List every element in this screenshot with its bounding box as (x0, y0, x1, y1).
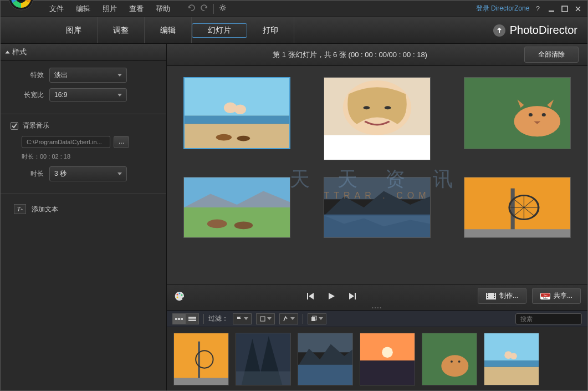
svg-point-21 (529, 113, 533, 116)
tab-library[interactable]: 图库 (50, 17, 98, 43)
play-button[interactable] (326, 291, 336, 301)
svg-rect-58 (260, 317, 265, 321)
prev-button[interactable] (305, 291, 315, 301)
svg-rect-53 (178, 318, 180, 320)
film-icon (486, 293, 496, 299)
svg-rect-34 (464, 229, 570, 237)
svg-point-75 (441, 355, 468, 377)
filmstrip (167, 327, 587, 390)
filter-label-dropdown[interactable] (256, 313, 275, 324)
bgm-checkbox[interactable] (11, 122, 18, 130)
svg-point-35 (177, 293, 178, 295)
minimize-button[interactable] (546, 4, 556, 14)
style-panel-header[interactable]: 样式 (1, 44, 166, 61)
svg-rect-16 (324, 135, 430, 160)
menu-view[interactable]: 查看 (124, 2, 149, 16)
svg-rect-42 (487, 293, 488, 294)
svg-point-14 (364, 106, 370, 109)
next-button[interactable] (347, 291, 357, 301)
bgm-browse-button[interactable]: ... (114, 136, 129, 148)
menu-help[interactable]: 帮助 (150, 2, 176, 16)
palette-icon[interactable] (173, 290, 186, 302)
svg-rect-79 (484, 360, 539, 367)
slide-thumb-5[interactable] (324, 177, 431, 238)
slide-thumb-3[interactable] (464, 77, 571, 149)
clear-all-button[interactable]: 全部清除 (524, 47, 579, 63)
svg-rect-47 (494, 297, 495, 298)
film-thumb[interactable] (422, 333, 477, 385)
tab-adjust[interactable]: 调整 (98, 17, 145, 43)
menu-bar: 文件 编辑 照片 查看 帮助 登录 DirectorZone ? (1, 1, 587, 17)
svg-text:Tube: Tube (543, 297, 549, 299)
film-thumb[interactable] (173, 333, 229, 385)
filter-stack-dropdown[interactable] (308, 313, 326, 324)
svg-rect-6 (185, 116, 289, 124)
ratio-select[interactable]: 16:9 (49, 88, 127, 101)
duration-select[interactable]: 3 秒 (49, 166, 127, 181)
film-thumb[interactable] (298, 333, 353, 385)
film-thumb[interactable] (484, 333, 539, 385)
svg-rect-59 (311, 317, 315, 321)
svg-rect-46 (494, 295, 495, 296)
redo-icon[interactable] (200, 3, 209, 14)
search-box[interactable]: ✕ (515, 313, 582, 324)
svg-rect-4 (562, 6, 567, 12)
filter-rating-dropdown[interactable] (279, 313, 298, 324)
slide-grid: 天 天 资 讯 TTRAR . COM (167, 66, 587, 285)
separator (203, 314, 204, 324)
svg-point-72 (382, 347, 393, 358)
create-button[interactable]: 制作... (478, 288, 526, 304)
menu-file[interactable]: 文件 (44, 2, 69, 16)
svg-rect-45 (494, 293, 495, 294)
svg-point-11 (237, 136, 250, 141)
close-button[interactable] (573, 4, 583, 14)
youtube-icon: YouTube (540, 293, 550, 299)
login-link[interactable]: 登录 DirectorZone (476, 4, 530, 13)
film-thumb[interactable] (360, 333, 415, 385)
view-grid-button[interactable] (172, 313, 186, 324)
undo-icon[interactable] (187, 3, 196, 14)
help-icon[interactable]: ? (536, 5, 540, 13)
add-text-button[interactable]: T+ 添加文本 (11, 201, 156, 217)
svg-rect-55 (188, 317, 196, 318)
svg-rect-7 (185, 124, 289, 148)
slide-thumb-2[interactable] (324, 77, 431, 160)
svg-point-25 (207, 220, 227, 228)
slide-thumb-1[interactable] (183, 77, 290, 149)
svg-rect-27 (324, 177, 430, 199)
ratio-label: 长宽比 (11, 90, 44, 100)
svg-rect-73 (360, 360, 415, 385)
menu-photo[interactable]: 照片 (97, 2, 122, 16)
collapse-icon (6, 51, 10, 54)
separator (303, 314, 303, 324)
svg-point-9 (234, 104, 246, 114)
view-list-button[interactable] (186, 313, 199, 324)
tab-editing[interactable]: 编辑 (145, 17, 192, 43)
upload-icon[interactable] (493, 24, 505, 37)
svg-rect-69 (298, 365, 352, 385)
tab-slideshow[interactable]: 幻灯片 (192, 23, 247, 38)
tab-print[interactable]: 打印 (247, 17, 294, 43)
svg-rect-57 (188, 320, 196, 321)
menu-edit[interactable]: 编辑 (70, 2, 96, 16)
svg-point-15 (385, 106, 391, 109)
svg-rect-62 (174, 333, 228, 385)
svg-rect-24 (184, 207, 290, 237)
slide-thumb-6[interactable] (464, 177, 571, 238)
settings-icon[interactable] (218, 3, 227, 14)
bgm-path-input[interactable]: C:\ProgramData\CyberLin... (22, 136, 110, 148)
slide-thumb-4[interactable] (183, 177, 290, 238)
maximize-button[interactable] (560, 4, 570, 14)
search-input[interactable] (520, 316, 588, 322)
filter-flag-dropdown[interactable] (233, 313, 252, 324)
share-button[interactable]: YouTube 共享... (532, 288, 581, 304)
svg-rect-40 (355, 293, 356, 299)
svg-rect-43 (487, 295, 488, 296)
add-text-label: 添加文本 (32, 205, 58, 214)
effect-select[interactable]: 淡出 (49, 68, 127, 83)
svg-point-2 (222, 7, 224, 9)
separator (213, 4, 214, 14)
svg-rect-67 (236, 372, 290, 385)
svg-rect-56 (188, 318, 196, 319)
film-thumb[interactable] (236, 333, 291, 385)
